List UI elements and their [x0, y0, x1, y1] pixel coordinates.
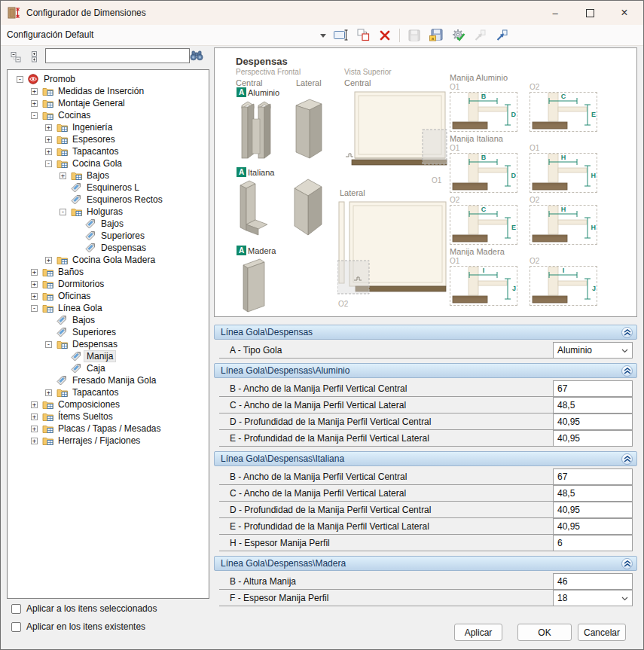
tree-item[interactable]: Esquineros L: [8, 182, 209, 194]
param-label: E - Profundidad de la Manija Perfil Vert…: [230, 433, 429, 444]
param-value-input[interactable]: 40,95: [553, 502, 633, 517]
config-toolbar: Configuración Default a: [1, 25, 643, 46]
tree-expander-icon[interactable]: -: [31, 305, 38, 312]
tree-item[interactable]: Bajos: [8, 218, 209, 230]
tree-expander-icon[interactable]: +: [31, 269, 38, 276]
tree-expander-icon[interactable]: -: [45, 160, 52, 167]
tree-item[interactable]: -Despensas: [8, 338, 209, 350]
tag-icon: [71, 194, 84, 205]
duplicate-config-icon[interactable]: [354, 27, 372, 44]
tree-expander-icon[interactable]: -: [45, 341, 52, 348]
chevron-down-icon[interactable]: [621, 349, 628, 353]
param-value-input[interactable]: 6: [553, 535, 633, 551]
param-value-input[interactable]: 40,95: [553, 518, 633, 534]
tree-item[interactable]: -Promob: [8, 73, 209, 85]
tree-expander-icon[interactable]: +: [31, 413, 38, 420]
tree-item[interactable]: +Montaje General: [8, 97, 209, 109]
tree-expander-icon[interactable]: +: [31, 438, 38, 444]
tree-expander-icon[interactable]: +: [31, 426, 38, 432]
tree-item[interactable]: +Ítems Sueltos: [8, 410, 209, 423]
tree-item[interactable]: Despensas: [8, 242, 209, 254]
cancelar-button[interactable]: Cancelar: [578, 624, 626, 641]
profile-aluminio-central: [236, 98, 276, 169]
chevron-down-icon[interactable]: [621, 597, 628, 601]
section-title: Línea Gola\Despensas: [221, 327, 313, 337]
tree-expander-icon[interactable]: +: [31, 401, 38, 408]
save-config-database-icon[interactable]: a: [427, 27, 445, 44]
tree-item[interactable]: -Cocina Gola: [8, 157, 209, 169]
tree-item[interactable]: -Cocinas: [8, 109, 209, 121]
delete-config-icon[interactable]: [376, 27, 394, 44]
tree-expander-icon[interactable]: +: [60, 172, 66, 179]
close-icon[interactable]: ×: [607, 1, 642, 25]
tree-item[interactable]: +Dormitorios: [8, 278, 209, 290]
tree-expander-icon[interactable]: -: [17, 76, 23, 83]
checkbox-apply-selected[interactable]: Aplicar a los itens seleccionados: [11, 603, 157, 614]
param-value-input[interactable]: 48,5: [553, 485, 633, 501]
param-value-input[interactable]: 67: [553, 468, 633, 484]
collapse-all-icon[interactable]: [8, 49, 23, 64]
tree-expander-icon[interactable]: -: [60, 209, 66, 215]
config-select-arrow-icon[interactable]: [320, 34, 326, 38]
collapse-section-icon[interactable]: [621, 453, 633, 465]
tree-item[interactable]: Superiores: [8, 230, 209, 242]
tree-item[interactable]: Fresado Manija Gola: [8, 374, 209, 386]
param-value-input[interactable]: 40,95: [553, 413, 633, 429]
tree-item[interactable]: +Ingeniería: [8, 121, 209, 133]
tree-expander-icon[interactable]: +: [31, 293, 38, 300]
tree-item[interactable]: +Tapacantos: [8, 386, 209, 398]
tree-expander-icon[interactable]: +: [45, 124, 52, 131]
param-dropdown[interactable]: 18: [553, 590, 633, 606]
aplicar-button[interactable]: Aplicar: [454, 624, 502, 641]
apply-settings-icon[interactable]: [449, 27, 467, 44]
tree-expander-icon[interactable]: +: [31, 281, 38, 288]
save-icon[interactable]: [405, 27, 423, 44]
tree-item[interactable]: Superiores: [8, 326, 209, 338]
tree-item[interactable]: +Herrajes / Fijaciones: [8, 435, 209, 447]
param-value-input[interactable]: 46: [553, 573, 633, 589]
config-select[interactable]: Configuración Default: [7, 29, 323, 42]
tree-item[interactable]: Manija: [8, 350, 209, 362]
param-value-input[interactable]: 48,5: [553, 397, 633, 413]
import-config-icon[interactable]: [493, 27, 511, 44]
tree-expander-icon[interactable]: +: [45, 136, 52, 143]
tree-expander-icon[interactable]: +: [45, 148, 52, 155]
collapse-section-icon[interactable]: [621, 558, 633, 569]
tree-expander-icon[interactable]: -: [31, 112, 38, 119]
tree-item[interactable]: +Tapacantos: [8, 145, 209, 157]
tree-item[interactable]: +Baños: [8, 266, 209, 278]
tree-expander-icon[interactable]: +: [45, 389, 52, 396]
edit-config-icon[interactable]: [332, 27, 350, 44]
checkbox-icon[interactable]: [11, 622, 21, 632]
tree-expander-icon[interactable]: +: [31, 100, 38, 107]
tree-item[interactable]: Bajos: [8, 314, 209, 326]
expand-all-icon[interactable]: [26, 49, 41, 64]
tree-item[interactable]: +Espesores: [8, 133, 209, 145]
tree-item[interactable]: -Línea Gola: [8, 302, 209, 314]
param-value-input[interactable]: 40,95: [553, 430, 633, 446]
tree-expander-icon[interactable]: +: [45, 257, 52, 264]
tree-item[interactable]: -Holguras: [8, 206, 209, 218]
tree-item[interactable]: Esquineros Rectos: [8, 194, 209, 206]
tree-item[interactable]: +Composiciones: [8, 398, 209, 410]
export-config-icon[interactable]: [471, 27, 489, 44]
maximize-icon[interactable]: [572, 1, 607, 25]
search-input[interactable]: [45, 48, 190, 63]
tree-item-label: Despensas: [99, 243, 148, 253]
tree-expander-icon[interactable]: +: [31, 88, 38, 95]
collapse-section-icon[interactable]: [621, 365, 633, 377]
tree-item[interactable]: +Bajos: [8, 169, 209, 182]
param-dropdown[interactable]: Aluminio: [553, 342, 633, 358]
collapse-section-icon[interactable]: [621, 327, 633, 338]
tree-item[interactable]: +Cocina Gola Madera: [8, 254, 209, 266]
tree-item[interactable]: +Placas / Tapas / Mesadas: [8, 423, 209, 435]
minimize-icon[interactable]: –: [538, 1, 572, 25]
search-icon[interactable]: [189, 48, 204, 63]
tree-item[interactable]: +Oficinas: [8, 290, 209, 302]
ok-button[interactable]: OK: [517, 624, 572, 641]
checkbox-apply-existing[interactable]: Aplicar en los itens existentes: [11, 621, 145, 632]
tree-item[interactable]: Caja: [8, 362, 209, 374]
checkbox-icon[interactable]: [11, 604, 21, 614]
tree-item[interactable]: +Medidas de Inserción: [8, 85, 209, 97]
param-value-input[interactable]: 67: [553, 380, 633, 396]
